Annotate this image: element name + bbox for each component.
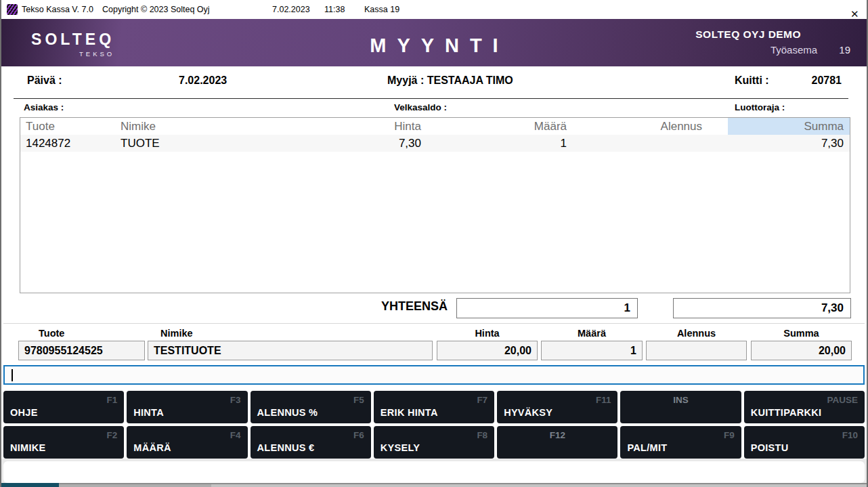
credit-label: Luottoraja : xyxy=(735,102,785,112)
column-header-hinta: Hinta xyxy=(244,118,427,135)
button-poistu[interactable]: POISTU F10 xyxy=(744,426,865,459)
key-label: F11 xyxy=(596,395,611,405)
button-pal-mit[interactable]: PAL/MIT F9 xyxy=(620,426,741,459)
button-hinta[interactable]: HINTA F3 xyxy=(127,391,247,423)
app-header: SOLTEQ TEKSO MYYNTI SOLTEQ OYJ DEMO Työa… xyxy=(1,19,867,66)
button-alennus-prosentti[interactable]: ALENNUS % F5 xyxy=(251,391,371,423)
sales-table-header: Tuote Nimike Hinta Määrä Alennus Summa xyxy=(20,118,850,135)
titlebar-date: 7.02.2023 xyxy=(272,5,310,14)
receipt-value: 20781 xyxy=(812,75,842,87)
key-label: INS xyxy=(620,395,741,405)
titlebar-register: Kassa 19 xyxy=(364,5,399,14)
column-header-tuote: Tuote xyxy=(20,118,115,135)
key-label: F4 xyxy=(230,430,241,440)
entry-hinta-field[interactable]: 20,00 xyxy=(437,341,538,360)
bottom-teal-block xyxy=(1,483,59,487)
date-value: 7.02.2023 xyxy=(179,75,227,87)
bottom-shade-block xyxy=(59,484,211,487)
button-label: KUITTIPARKKI xyxy=(751,407,822,418)
entry-alennus-label: Alennus xyxy=(646,328,747,339)
key-label: F1 xyxy=(107,395,118,405)
seller-label: Myyjä : xyxy=(387,75,424,86)
sales-table: Tuote Nimike Hinta Määrä Alennus Summa 1… xyxy=(20,117,850,293)
entry-maara-field[interactable]: 1 xyxy=(541,341,643,360)
app-window: Tekso Kassa V. 7.0 Copyright © 2023 Solt… xyxy=(0,0,868,487)
key-label: PAUSE xyxy=(827,395,858,405)
titlebar-time: 11:38 xyxy=(324,5,345,14)
column-header-alennus: Alennus xyxy=(572,118,728,135)
entry-hinta-label: Hinta xyxy=(437,328,538,339)
key-label: F9 xyxy=(724,430,735,440)
section-divider xyxy=(3,323,865,324)
key-label: F2 xyxy=(107,430,118,440)
window-title: Tekso Kassa V. 7.0 xyxy=(22,5,93,14)
totals-label: YHTEENSÄ xyxy=(381,299,448,314)
totals-quantity-box: 1 xyxy=(456,298,638,318)
button-label: PAL/MIT xyxy=(627,442,667,453)
entry-maara-label: Määrä xyxy=(541,328,643,339)
table-row[interactable]: 1424872 TUOTE 7,30 1 7,30 xyxy=(20,135,850,152)
button-ohje[interactable]: OHJE F1 xyxy=(3,391,124,423)
entry-tuote-field[interactable]: 9780955124525 xyxy=(18,341,145,360)
text-caret xyxy=(12,369,13,381)
app-icon xyxy=(7,4,18,15)
key-label: F12 xyxy=(497,430,617,440)
workstation-label: Työasema xyxy=(771,44,817,56)
function-key-grid: OHJE F1 HINTA F3 ALENNUS % F5 ERIK HINTA… xyxy=(3,391,865,459)
cell-hinta: 7,30 xyxy=(244,135,427,152)
key-label: F7 xyxy=(477,395,487,405)
button-maara[interactable]: MÄÄRÄ F4 xyxy=(127,426,247,459)
button-label: ALENNUS % xyxy=(257,407,318,418)
button-nimike[interactable]: NIMIKE F2 xyxy=(3,426,124,459)
receipt-label: Kuitti : xyxy=(735,75,769,87)
button-ins[interactable]: INS xyxy=(620,391,741,423)
button-label: KYSELY xyxy=(381,442,420,453)
button-kuittiparkki[interactable]: KUITTIPARKKI PAUSE xyxy=(744,391,865,423)
customer-label: Asiakas : xyxy=(24,102,64,112)
workstation-row: Työasema 19 xyxy=(695,44,850,56)
button-label: POISTU xyxy=(751,442,789,453)
button-erik-hinta[interactable]: ERIK HINTA F7 xyxy=(374,391,494,423)
seller-value: TESTAAJA TIMO xyxy=(427,75,513,86)
entry-alennus-field[interactable] xyxy=(646,341,747,360)
company-name: SOLTEQ OYJ DEMO xyxy=(695,28,801,41)
entry-nimike-label: Nimike xyxy=(160,328,193,339)
button-label: NIMIKE xyxy=(10,442,46,453)
key-label: F5 xyxy=(353,395,364,405)
entry-nimike-field[interactable]: TESTITUOTE xyxy=(148,341,433,360)
key-label: F8 xyxy=(477,430,487,440)
key-label: F3 xyxy=(230,395,241,405)
button-f12[interactable]: F12 xyxy=(497,426,617,459)
workstation-number: 19 xyxy=(839,44,850,56)
key-label: F10 xyxy=(842,430,858,440)
button-alennus-euro[interactable]: ALENNUS € F6 xyxy=(251,426,371,459)
column-header-nimike: Nimike xyxy=(115,118,244,135)
command-input[interactable] xyxy=(3,365,865,385)
debt-label: Velkasaldo : xyxy=(394,102,447,112)
button-label: ALENNUS € xyxy=(257,442,315,453)
cell-tuote: 1424872 xyxy=(20,135,115,152)
cell-nimike: TUOTE xyxy=(115,135,244,152)
cell-maara: 1 xyxy=(427,135,572,152)
button-label: ERIK HINTA xyxy=(381,407,438,418)
button-label: HYVÄKSY xyxy=(504,407,552,418)
copyright-text: Copyright © 2023 Solteq Oyj xyxy=(102,5,210,14)
column-header-summa: Summa xyxy=(728,118,850,135)
button-label: HINTA xyxy=(133,407,164,418)
key-label: F6 xyxy=(353,430,364,440)
date-label: Päivä : xyxy=(27,75,62,87)
totals-sum-box: 7,30 xyxy=(673,298,851,318)
bottom-edge-strip xyxy=(1,483,867,487)
close-button[interactable]: ✕ xyxy=(838,0,863,19)
button-kysely[interactable]: KYSELY F8 xyxy=(374,426,494,459)
column-header-maara: Määrä xyxy=(427,118,572,135)
info-divider xyxy=(14,98,848,99)
entry-tuote-label: Tuote xyxy=(39,328,64,339)
cell-summa: 7,30 xyxy=(728,135,850,152)
button-hyvaksy[interactable]: HYVÄKSY F11 xyxy=(497,391,617,423)
header-right-block: SOLTEQ OYJ DEMO Työasema 19 xyxy=(695,28,850,56)
button-label: MÄÄRÄ xyxy=(133,442,171,453)
seller-line: Myyjä : TESTAAJA TIMO xyxy=(387,75,513,87)
window-titlebar: Tekso Kassa V. 7.0 Copyright © 2023 Solt… xyxy=(1,0,867,19)
entry-summa-field[interactable]: 20,00 xyxy=(751,341,852,360)
